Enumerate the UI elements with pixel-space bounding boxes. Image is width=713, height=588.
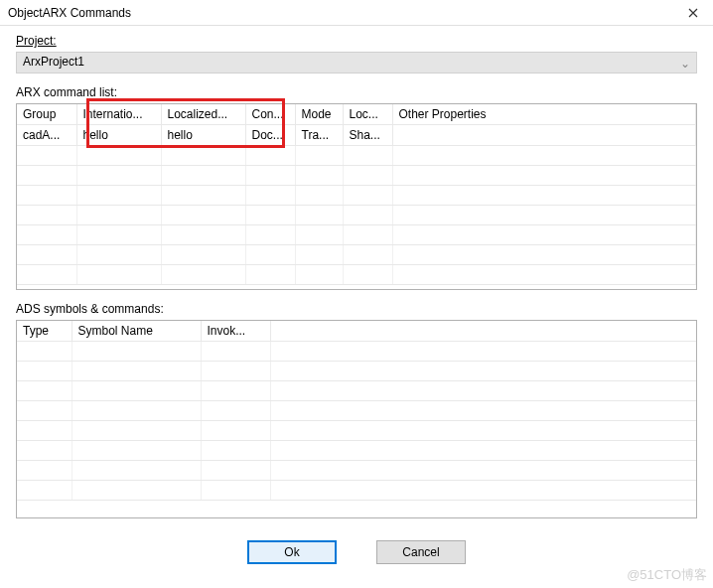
col-localized[interactable]: Localized...: [161, 104, 245, 125]
cell-international: hello: [76, 125, 161, 146]
col-blank: [270, 321, 696, 342]
cell-con: Doc...: [245, 125, 295, 146]
col-group[interactable]: Group: [17, 104, 76, 125]
ok-button[interactable]: Ok: [247, 540, 337, 564]
button-row: Ok Cancel: [16, 530, 697, 574]
dialog-body: Project: ArxProject1 ⌄ ARX command list:…: [0, 26, 713, 574]
cell-group: cadA...: [17, 125, 76, 146]
table-row: [17, 461, 696, 481]
arx-table: Group Internatio... Localized... Con... …: [17, 104, 696, 285]
titlebar: ObjectARX Commands: [0, 0, 713, 26]
table-row: [17, 265, 696, 285]
cell-other: [392, 125, 696, 146]
watermark: @51CTO博客: [627, 566, 707, 584]
table-row: [17, 146, 696, 166]
cell-mode: Tra...: [295, 125, 343, 146]
col-mode[interactable]: Mode: [295, 104, 343, 125]
table-row: [17, 342, 696, 362]
table-row: [17, 381, 696, 401]
window-title: ObjectARX Commands: [8, 6, 681, 20]
table-row: [17, 441, 696, 461]
col-invok[interactable]: Invok...: [201, 321, 270, 342]
col-con[interactable]: Con...: [245, 104, 295, 125]
cancel-button[interactable]: Cancel: [376, 540, 466, 564]
table-row: [17, 362, 696, 381]
project-value: ArxProject1: [23, 55, 84, 69]
col-loc[interactable]: Loc...: [343, 104, 392, 125]
table-row[interactable]: cadA... hello hello Doc... Tra... Sha...: [17, 125, 696, 146]
ads-list-label: ADS symbols & commands:: [16, 302, 697, 316]
table-row: [17, 245, 696, 265]
col-type[interactable]: Type: [17, 321, 71, 342]
arx-header-row: Group Internatio... Localized... Con... …: [17, 104, 696, 125]
project-select[interactable]: ArxProject1 ⌄: [16, 52, 697, 74]
chevron-down-icon: ⌄: [680, 57, 690, 71]
col-other[interactable]: Other Properties: [392, 104, 696, 125]
ads-table: Type Symbol Name Invok...: [17, 321, 696, 501]
col-international[interactable]: Internatio...: [76, 104, 161, 125]
col-symbol-name[interactable]: Symbol Name: [71, 321, 201, 342]
ads-symbols-grid[interactable]: Type Symbol Name Invok...: [16, 320, 697, 518]
ads-header-row: Type Symbol Name Invok...: [17, 321, 696, 342]
table-row: [17, 206, 696, 225]
cell-loc: Sha...: [343, 125, 392, 146]
close-button[interactable]: [681, 3, 705, 23]
table-row: [17, 401, 696, 421]
arx-command-grid[interactable]: Group Internatio... Localized... Con... …: [16, 103, 697, 290]
table-row: [17, 166, 696, 186]
table-row: [17, 421, 696, 441]
cell-localized: hello: [161, 125, 245, 146]
project-label: Project:: [16, 34, 697, 48]
table-row: [17, 225, 696, 245]
arx-list-label: ARX command list:: [16, 85, 697, 99]
close-icon: [688, 8, 698, 18]
table-row: [17, 481, 696, 501]
table-row: [17, 186, 696, 206]
